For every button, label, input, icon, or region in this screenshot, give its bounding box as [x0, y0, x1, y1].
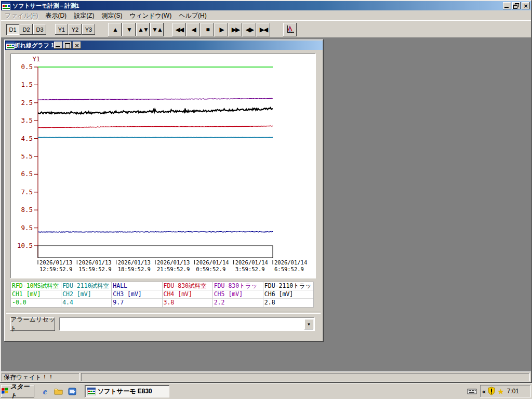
window-title: ソフトサーモ計測－計測1: [12, 2, 503, 10]
svg-text:12:59:52.9: 12:59:52.9: [39, 266, 72, 272]
alarm-combo[interactable]: ▼: [59, 317, 315, 331]
scroll-down-button[interactable]: ▼: [122, 23, 136, 36]
quick-launch: e: [41, 387, 76, 396]
legend-ch5: FDU-830トラッ CH5 [mV] 2.2: [213, 282, 263, 307]
ch1-value: -0.0: [11, 299, 61, 307]
graph-close-button[interactable]: ×: [73, 42, 81, 49]
ch3-device: HALL: [112, 282, 162, 290]
svg-text:3:59:52.9: 3:59:52.9: [235, 266, 265, 272]
graph-minimize-button[interactable]: [54, 42, 62, 49]
menu-measure[interactable]: 測定(S): [98, 10, 126, 21]
ie-icon[interactable]: e: [41, 387, 49, 396]
restore-button[interactable]: [512, 2, 521, 9]
menu-view[interactable]: 表示(D): [42, 10, 70, 21]
expand-horizontal-button[interactable]: ◀▶: [243, 23, 256, 36]
d1-button[interactable]: D1: [6, 24, 19, 35]
step-right-button[interactable]: ▶: [215, 23, 228, 36]
svg-text:1.5: 1.5: [21, 81, 33, 88]
close-icon: ×: [75, 43, 79, 48]
taskbar-app-button[interactable]: ソフトサーモ E830: [85, 385, 169, 397]
chart-panel: Y10.51.52.53.54.55.56.57.58.59.510.52026…: [10, 54, 316, 278]
legend-ch2: FDU-2110試料室 CH2 [mV] 4.4: [61, 282, 112, 307]
compress-vertical-button[interactable]: ▼▲: [150, 23, 164, 36]
svg-text:10.5: 10.5: [17, 242, 33, 249]
statusbar: 保存ウェイト！！: [1, 371, 531, 382]
ch2-label: CH2 [mV]: [61, 290, 111, 299]
start-label: スタート: [10, 382, 34, 399]
svg-text:0.5: 0.5: [21, 63, 33, 71]
minimize-icon: [504, 7, 509, 8]
svg-text:2026/01/13: 2026/01/13: [39, 259, 72, 265]
svg-text:6:59:52.9: 6:59:52.9: [274, 266, 304, 272]
svg-text:2026/01/13: 2026/01/13: [157, 259, 190, 265]
menubar: ファイル(F) 表示(D) 設定(Z) 測定(S) ウィンドウ(W) ヘルプ(H…: [1, 11, 531, 20]
combo-dropdown-button[interactable]: ▼: [304, 319, 313, 329]
svg-text:0:59:52.9: 0:59:52.9: [196, 266, 225, 272]
svg-text:2026/01/13: 2026/01/13: [118, 259, 151, 265]
stop-button[interactable]: ■: [201, 23, 214, 36]
svg-text:2026/01/14: 2026/01/14: [196, 259, 229, 265]
ch5-label: CH5 [mV]: [213, 290, 263, 299]
step-left-button[interactable]: ◀: [187, 23, 200, 36]
main-window: ソフトサーモ計測－計測1 × ファイル(F) 表示(D) 設定(Z) 測定(S)…: [0, 0, 532, 383]
y1-button[interactable]: Y1: [55, 24, 68, 35]
app-icon: [2, 2, 10, 10]
ch5-device: FDU-830トラッ: [213, 282, 263, 290]
tray-chevron[interactable]: «: [482, 388, 486, 395]
svg-text:4.5: 4.5: [21, 135, 33, 142]
clock[interactable]: 7:01: [507, 388, 519, 395]
folder-icon[interactable]: [54, 387, 63, 396]
svg-text:21:59:52.9: 21:59:52.9: [157, 266, 190, 272]
menu-window[interactable]: ウィンドウ(W): [126, 10, 175, 21]
compress-horizontal-button[interactable]: ▶◀: [257, 23, 270, 36]
svg-text:5.5: 5.5: [21, 152, 33, 160]
fast-rewind-button[interactable]: ◀◀: [172, 23, 186, 36]
chevron-down-icon: ▼: [307, 322, 311, 327]
menu-file[interactable]: ファイル(F): [1, 10, 42, 21]
ch1-device: RFD-10MS試料室: [11, 282, 61, 290]
restore-icon: [513, 3, 519, 8]
y2-button[interactable]: Y2: [69, 24, 82, 35]
graph-window-title: 折れ線グラフ 1: [15, 42, 54, 49]
channel-legend: RFD-10MS試料室 CH1 [mV] -0.0 FDU-2110試料室 CH…: [10, 282, 314, 308]
menu-help[interactable]: ヘルプ(H): [175, 10, 210, 21]
update-star-icon[interactable]: ★: [497, 388, 504, 395]
alarm-reset-button[interactable]: アラームリセット: [10, 317, 55, 331]
ch6-value: 2.8: [263, 299, 313, 307]
separator: [6, 312, 321, 314]
scroll-up-button[interactable]: ▲: [108, 23, 122, 36]
close-button[interactable]: ×: [522, 2, 530, 9]
svg-text:8.5: 8.5: [21, 206, 33, 214]
mdi-area: 折れ線グラフ 1 × Y10.51.52.53.54.55.56.57.58.5…: [1, 37, 531, 372]
alarm-combo-input[interactable]: [60, 318, 302, 330]
minimize-icon: [56, 46, 60, 47]
ch4-value: 3.8: [163, 299, 212, 307]
expand-vertical-button[interactable]: ▲▼: [136, 23, 150, 36]
main-titlebar[interactable]: ソフトサーモ計測－計測1 ×: [1, 1, 531, 10]
fast-forward-button[interactable]: ▶▶: [229, 23, 242, 36]
system-tray: « ★ 7:01: [480, 385, 531, 397]
legend-ch3: HALL CH3 [mV] 9.7: [112, 282, 162, 307]
graph-icon: [286, 25, 295, 34]
graph-maximize-button[interactable]: [63, 42, 72, 49]
maximize-icon: [65, 43, 70, 48]
legend-ch4: FDU-830試料室 CH4 [mV] 3.8: [163, 282, 213, 307]
graph-window-titlebar[interactable]: 折れ線グラフ 1 ×: [5, 41, 323, 50]
keyboard-icon[interactable]: [467, 388, 477, 395]
svg-text:9.5: 9.5: [21, 224, 33, 232]
security-shield-icon[interactable]: [487, 387, 496, 396]
svg-text:3.5: 3.5: [21, 116, 33, 124]
graph-settings-button[interactable]: [283, 23, 297, 36]
y3-button[interactable]: Y3: [82, 24, 95, 35]
d3-button[interactable]: D3: [33, 24, 46, 35]
show-desktop-icon[interactable]: [68, 387, 76, 396]
toolbar: D1 D2 D3 Y1 Y2 Y3 ▲ ▼ ▲▼ ▼▲ ◀◀ ◀ ■ ▶ ▶▶ …: [1, 20, 531, 38]
minimize-button[interactable]: [503, 2, 511, 9]
svg-text:2026/01/13: 2026/01/13: [78, 259, 111, 265]
menu-settings[interactable]: 設定(Z): [70, 10, 98, 21]
ch6-label: CH6 [mV]: [263, 290, 313, 299]
d2-button[interactable]: D2: [20, 24, 33, 35]
svg-text:2.5: 2.5: [21, 99, 33, 107]
legend-ch6: FDU-2110トラッ CH6 [mV] 2.8: [263, 282, 313, 307]
start-button[interactable]: スタート: [1, 385, 34, 397]
